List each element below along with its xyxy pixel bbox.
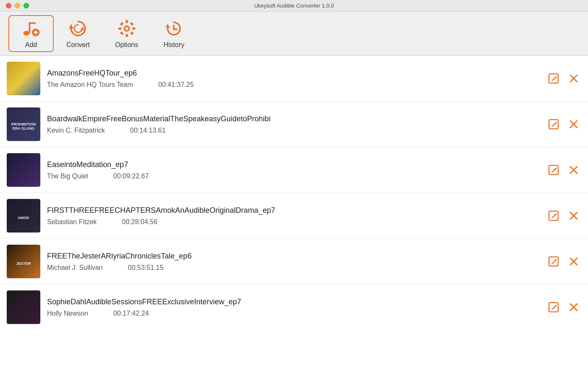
add-label: Add (25, 41, 37, 49)
svg-rect-2 (29, 22, 36, 24)
edit-button[interactable] (546, 71, 561, 86)
item-meta: Holly Newson 00:17:42.24 (47, 310, 539, 317)
item-duration: 00:53:51.15 (128, 264, 164, 272)
item-info: SophieDahlAudibleSessionsFREEExclusiveIn… (47, 298, 539, 317)
delete-icon (568, 73, 580, 84)
list-item: EaseintoMeditation_ep7 The Big Quiet 00:… (0, 147, 588, 193)
options-icon (117, 18, 137, 39)
delete-icon (568, 256, 580, 267)
item-meta: The Big Quiet 00:09:22.67 (47, 172, 539, 180)
item-actions (546, 162, 581, 178)
svg-rect-12 (118, 27, 121, 30)
item-actions (546, 254, 581, 269)
cover-art (7, 62, 40, 95)
cover-art: AMOK (7, 199, 40, 233)
edit-icon (548, 256, 559, 267)
item-info: AmazonsFreeHQTour_ep6 The Amazon HQ Tour… (47, 69, 539, 89)
history-icon (164, 18, 184, 39)
item-author: Kevin C. Fitzpatrick (47, 127, 105, 134)
delete-button[interactable] (566, 208, 581, 223)
item-info: FREETheJesterARiyriaChroniclesTale_ep6 M… (47, 252, 539, 272)
svg-rect-10 (126, 20, 128, 23)
cover-art: PROHIBITION ERA SLANG (7, 107, 40, 141)
delete-button[interactable] (566, 300, 581, 315)
svg-marker-18 (165, 24, 170, 28)
edit-button[interactable] (546, 300, 561, 315)
item-duration: 00:17:42.24 (113, 310, 149, 317)
item-author: The Big Quiet (47, 172, 88, 180)
svg-rect-16 (120, 31, 123, 35)
delete-button[interactable] (566, 71, 581, 86)
item-info: EaseintoMeditation_ep7 The Big Quiet 00:… (47, 160, 539, 180)
item-meta: Sebastian Fitzek 00:28:04.56 (47, 218, 539, 226)
svg-point-9 (125, 27, 128, 30)
delete-button[interactable] (566, 254, 581, 269)
svg-rect-17 (130, 31, 134, 35)
edit-button[interactable] (546, 254, 561, 269)
delete-icon (568, 118, 580, 130)
add-icon (21, 18, 41, 39)
edit-icon (548, 73, 559, 84)
options-label: Options (115, 41, 138, 49)
item-title: EaseintoMeditation_ep7 (47, 160, 539, 169)
list-item: AMOK FIRSTTHREEFREECHAPTERSAmokAnAudible… (0, 193, 588, 239)
list-item: PROHIBITION ERA SLANG BoardwalkEmpireFre… (0, 102, 588, 147)
item-title: FIRSTTHREEFREECHAPTERSAmokAnAudibleOrigi… (47, 206, 539, 215)
edit-icon (548, 118, 559, 130)
item-duration: 00:09:22.67 (113, 172, 149, 180)
close-button[interactable] (6, 3, 11, 8)
svg-point-0 (24, 31, 30, 36)
svg-rect-13 (132, 27, 135, 30)
item-actions (546, 71, 581, 86)
window-controls[interactable] (6, 3, 29, 8)
item-title: AmazonsFreeHQTour_ep6 (47, 69, 539, 78)
svg-rect-5 (35, 31, 37, 34)
item-actions (546, 117, 581, 132)
item-title: FREETheJesterARiyriaChroniclesTale_ep6 (47, 252, 539, 261)
delete-icon (568, 164, 580, 176)
item-meta: Kevin C. Fitzpatrick 00:14:13.61 (47, 127, 539, 134)
svg-rect-11 (126, 34, 128, 37)
svg-rect-15 (130, 22, 134, 26)
delete-button[interactable] (566, 117, 581, 132)
edit-button[interactable] (546, 162, 561, 178)
item-author: Sebastian Fitzek (47, 218, 97, 226)
delete-button[interactable] (566, 162, 581, 178)
edit-icon (548, 301, 559, 313)
history-button[interactable]: History (151, 15, 197, 52)
edit-button[interactable] (546, 117, 561, 132)
item-meta: Michael J. Sullivan 00:53:51.15 (47, 264, 539, 272)
delete-icon (568, 301, 580, 313)
item-duration: 00:28:04.56 (122, 218, 158, 226)
item-actions (546, 208, 581, 223)
edit-icon (548, 164, 559, 176)
maximize-button[interactable] (24, 3, 29, 8)
list-item: SophieDahlAudibleSessionsFREEExclusiveIn… (0, 285, 588, 330)
svg-marker-6 (69, 24, 74, 29)
cover-art (7, 153, 40, 187)
content-area: AmazonsFreeHQTour_ep6 The Amazon HQ Tour… (0, 56, 588, 392)
delete-icon (568, 210, 580, 222)
convert-button[interactable]: Convert (54, 15, 102, 52)
item-title: BoardwalkEmpireFreeBonusMaterialTheSpeak… (47, 115, 539, 123)
minimize-button[interactable] (15, 3, 20, 8)
history-label: History (163, 41, 184, 49)
list-item: JESTER FREETheJesterARiyriaChroniclesTal… (0, 239, 588, 285)
item-duration: 00:14:13.61 (130, 127, 166, 134)
add-button[interactable]: Add (8, 15, 54, 52)
item-author: Michael J. Sullivan (47, 264, 103, 272)
cover-art (7, 290, 40, 324)
title-bar: Ukeysoft Audible Converter 1.0.0 (0, 0, 588, 12)
app-title: Ukeysoft Audible Converter 1.0.0 (254, 3, 334, 9)
cover-art: JESTER (7, 245, 40, 278)
svg-rect-1 (29, 22, 30, 33)
item-author: The Amazon HQ Tours Team (47, 81, 133, 89)
item-meta: The Amazon HQ Tours Team 00:41:37.25 (47, 81, 539, 89)
item-title: SophieDahlAudibleSessionsFREEExclusiveIn… (47, 298, 539, 306)
options-button[interactable]: Options (102, 15, 151, 52)
item-actions (546, 300, 581, 315)
item-author: Holly Newson (47, 310, 88, 317)
convert-icon (68, 18, 88, 39)
item-duration: 00:41:37.25 (158, 81, 194, 89)
edit-button[interactable] (546, 208, 561, 223)
